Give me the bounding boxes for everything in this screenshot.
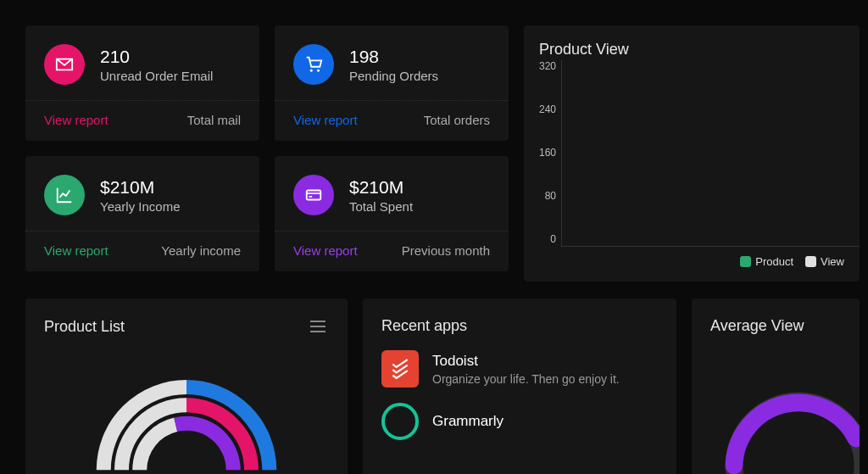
stat-label: Yearly Income bbox=[100, 199, 181, 214]
y-tick: 80 bbox=[545, 190, 556, 202]
y-axis: 320240160800 bbox=[539, 60, 561, 247]
product-view-chart: Product View 320240160800 Product View bbox=[524, 25, 860, 282]
stat-card: $210M Yearly Income View report Yearly i… bbox=[25, 156, 259, 271]
panel-title: Average View bbox=[710, 317, 804, 335]
stat-context: Yearly income bbox=[161, 243, 241, 258]
app-name: Todoist bbox=[432, 353, 620, 370]
average-view-chart bbox=[710, 350, 860, 474]
app-icon bbox=[381, 403, 419, 440]
stat-card: 198 Pending Orders View report Total ord… bbox=[275, 25, 509, 141]
y-tick: 0 bbox=[550, 233, 556, 245]
menu-icon[interactable] bbox=[307, 317, 329, 336]
app-desc: Organize your life. Then go enjoy it. bbox=[432, 372, 620, 386]
stat-value: 198 bbox=[349, 46, 438, 67]
stat-card: 210 Unread Order Email View report Total… bbox=[25, 25, 259, 141]
panel-title: Product List bbox=[44, 318, 125, 336]
stat-label: Total Spent bbox=[349, 199, 413, 214]
stat-label: Pending Orders bbox=[349, 69, 438, 83]
y-tick: 320 bbox=[539, 60, 556, 72]
donut-chart bbox=[44, 351, 329, 474]
stat-value: $210M bbox=[349, 176, 413, 198]
average-view-panel: Average View bbox=[692, 298, 860, 474]
product-list-panel: Product List bbox=[25, 298, 348, 474]
mail-icon bbox=[44, 44, 85, 85]
app-row[interactable]: Todoist Organize your life. Then go enjo… bbox=[381, 350, 658, 388]
view-report-link[interactable]: View report bbox=[293, 243, 358, 258]
card-icon bbox=[293, 175, 334, 215]
svg-point-0 bbox=[310, 70, 313, 72]
stat-context: Total orders bbox=[424, 113, 490, 127]
legend-product: Product bbox=[740, 255, 793, 268]
y-tick: 160 bbox=[539, 147, 556, 159]
panel-title: Recent apps bbox=[381, 317, 467, 335]
chart-icon bbox=[44, 175, 85, 215]
bars-area bbox=[561, 60, 860, 247]
chart-title: Product View bbox=[539, 41, 860, 59]
app-row[interactable]: Grammarly bbox=[381, 403, 658, 440]
view-report-link[interactable]: View report bbox=[44, 243, 108, 258]
legend-view: View bbox=[805, 255, 844, 268]
y-tick: 240 bbox=[539, 103, 556, 115]
svg-rect-2 bbox=[307, 191, 321, 200]
stat-card: $210M Total Spent View report Previous m… bbox=[275, 156, 509, 271]
app-name: Grammarly bbox=[432, 413, 504, 430]
view-report-link[interactable]: View report bbox=[44, 113, 108, 127]
stat-label: Unread Order Email bbox=[100, 69, 213, 83]
stat-value: $210M bbox=[100, 176, 181, 198]
stat-value: 210 bbox=[100, 46, 213, 67]
stat-context: Total mail bbox=[187, 113, 241, 127]
svg-point-6 bbox=[383, 404, 417, 438]
cart-icon bbox=[293, 44, 334, 85]
stat-context: Previous month bbox=[402, 243, 490, 258]
app-icon bbox=[381, 350, 419, 388]
recent-apps-panel: Recent apps Todoist Organize your life. … bbox=[363, 298, 676, 474]
svg-point-1 bbox=[317, 70, 320, 72]
chart-legend: Product View bbox=[539, 247, 860, 268]
view-report-link[interactable]: View report bbox=[293, 113, 358, 127]
